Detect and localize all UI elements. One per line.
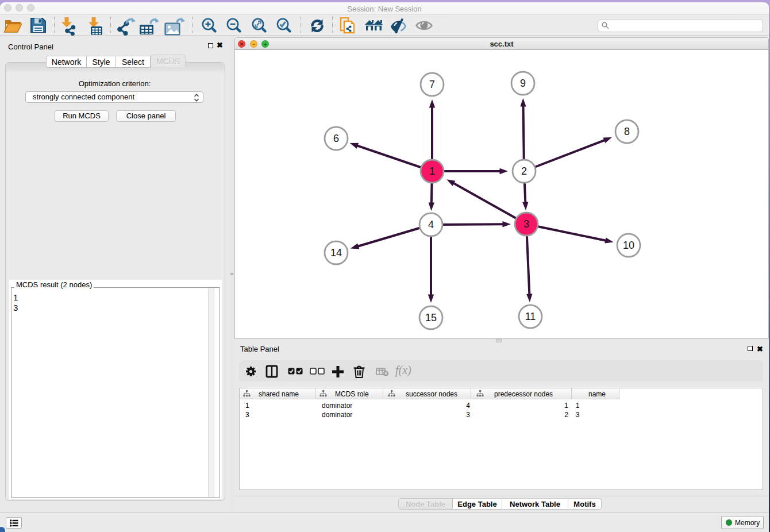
svg-text:1: 1 (429, 165, 435, 177)
svg-text:15: 15 (425, 312, 437, 323)
svg-text:4: 4 (428, 219, 434, 230)
svg-text:7: 7 (429, 79, 435, 90)
svg-text:8: 8 (624, 126, 630, 137)
svg-text:2: 2 (521, 165, 527, 177)
svg-text:14: 14 (330, 247, 342, 259)
svg-text:10: 10 (623, 240, 634, 251)
svg-text:9: 9 (520, 78, 526, 89)
svg-text:11: 11 (525, 311, 536, 322)
svg-text:6: 6 (333, 133, 339, 144)
svg-text:3: 3 (523, 218, 529, 230)
